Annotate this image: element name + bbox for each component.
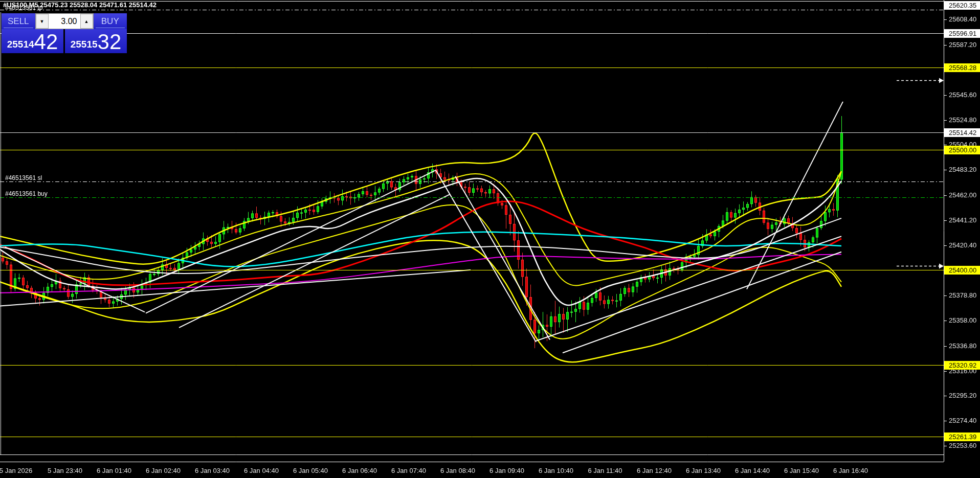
- sell-button[interactable]: SELL: [2, 13, 35, 29]
- one-click-trading-panel: SELL ▼ ▲ BUY 2551442 2551532: [2, 13, 127, 53]
- chart-canvas[interactable]: [0, 0, 980, 478]
- buy-price[interactable]: 2551532: [65, 29, 127, 53]
- volume-increase-button[interactable]: ▲: [80, 14, 93, 29]
- buy-button[interactable]: BUY: [94, 13, 127, 29]
- sell-price-pips: 42: [34, 33, 58, 51]
- sell-button-label: SELL: [8, 16, 29, 27]
- buy-price-major: 25515: [71, 39, 98, 49]
- sell-price-major: 25514: [7, 39, 34, 49]
- volume-decrease-button[interactable]: ▼: [36, 14, 49, 29]
- buy-price-pips: 32: [98, 33, 122, 51]
- chevron-up-icon: ▲: [84, 19, 89, 24]
- volume-input[interactable]: [49, 14, 80, 29]
- volume-spinner: ▼ ▲: [35, 13, 94, 29]
- buy-button-label: BUY: [101, 16, 119, 27]
- sell-price[interactable]: 2551442: [2, 29, 63, 53]
- chevron-down-icon: ▼: [40, 19, 44, 24]
